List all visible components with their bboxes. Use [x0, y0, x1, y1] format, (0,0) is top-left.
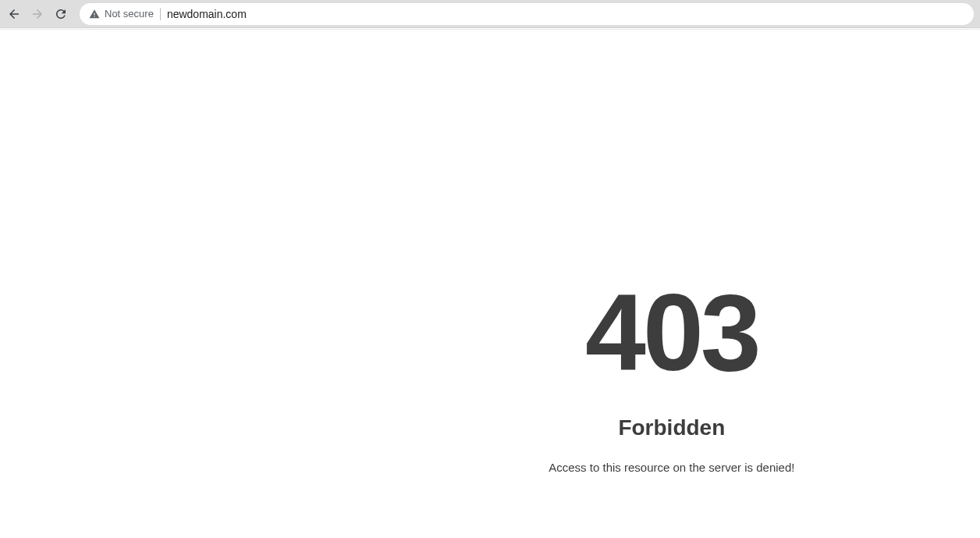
error-message: Access to this resource on the server is…: [549, 461, 794, 474]
arrow-left-icon: [7, 7, 21, 21]
error-title: Forbidden: [549, 415, 794, 440]
forward-button[interactable]: [30, 6, 45, 22]
nav-buttons: [6, 6, 69, 22]
page-content: 403 Forbidden Access to this resource on…: [0, 30, 980, 538]
arrow-right-icon: [30, 7, 44, 21]
address-divider: [160, 8, 161, 20]
error-code: 403: [549, 278, 794, 387]
reload-button[interactable]: [53, 6, 69, 22]
security-label: Not secure: [105, 8, 154, 20]
security-indicator[interactable]: Not secure: [89, 8, 154, 20]
url-text: newdomain.com: [167, 8, 247, 20]
browser-toolbar: Not secure newdomain.com: [0, 0, 980, 28]
address-bar[interactable]: Not secure newdomain.com: [80, 3, 974, 25]
error-block: 403 Forbidden Access to this resource on…: [549, 278, 794, 474]
reload-icon: [54, 7, 68, 21]
back-button[interactable]: [6, 6, 22, 22]
warning-icon: [89, 9, 100, 20]
